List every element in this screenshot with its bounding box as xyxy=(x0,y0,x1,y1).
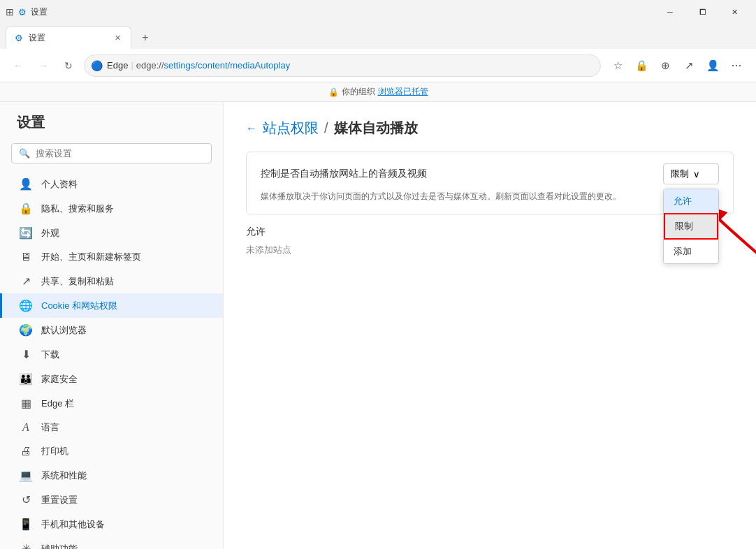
window-title: 设置 xyxy=(31,6,48,18)
sidebar-title: 设置 xyxy=(0,113,223,143)
refresh-button[interactable]: ↻ xyxy=(59,56,78,75)
active-tab[interactable]: ⚙ 设置 ✕ xyxy=(6,27,131,49)
sidebar-item-share[interactable]: ↗ 共享、复制和粘贴 xyxy=(0,269,223,293)
sidebar-label-system: 系统和性能 xyxy=(41,469,87,482)
printer-icon: 🖨 xyxy=(19,445,33,458)
sidebar-item-browser[interactable]: 🌍 默认浏览器 xyxy=(0,318,223,342)
language-icon: A xyxy=(19,421,33,434)
address-brand: Edge xyxy=(107,60,128,71)
managed-link[interactable]: 浏览器已托管 xyxy=(378,86,428,98)
allow-section-title: 允许 xyxy=(246,226,734,238)
sidebar-label-printer: 打印机 xyxy=(41,445,68,458)
breadcrumb-current: 媒体自动播放 xyxy=(334,119,418,138)
card-title: 控制是否自动播放网站上的音频及视频 xyxy=(261,168,427,180)
sidebar-label-accessibility: 辅助功能 xyxy=(41,543,78,550)
dropdown-selected-label: 限制 xyxy=(671,168,689,180)
family-icon: 👪 xyxy=(19,372,33,386)
collections-icon[interactable]: 🔒 xyxy=(630,54,653,77)
settings-card: 控制是否自动播放网站上的音频及视频 限制 ∨ 允许 限制 添加 xyxy=(246,152,734,214)
back-button[interactable]: ← xyxy=(8,56,28,75)
tab-title: 设置 xyxy=(29,32,108,44)
address-separator: | xyxy=(131,60,133,71)
address-input[interactable]: Edge | edge://settings/content/mediaAuto… xyxy=(84,54,601,77)
sidebar-label-start: 开始、主页和新建标签页 xyxy=(41,251,141,263)
system-icon: 💻 xyxy=(19,469,33,482)
profile-icon[interactable]: 👤 xyxy=(702,54,724,77)
sidebar-item-family[interactable]: 👪 家庭安全 xyxy=(0,367,223,391)
empty-sites-text: 未添加站点 xyxy=(246,244,734,256)
share-icon: ↗ xyxy=(19,274,33,288)
card-description: 媒体播放取决于你访问页面的方式以及你过去是否与媒体互动。刷新页面以查看对此设置的… xyxy=(261,190,719,203)
settings-more-icon[interactable]: ··· xyxy=(725,54,748,77)
sidebar-item-appearance[interactable]: 🔄 外观 xyxy=(0,221,223,245)
edgebar-icon: ▦ xyxy=(19,397,33,410)
tab-favicon: ⚙ xyxy=(15,33,23,43)
minimize-button[interactable]: ─ xyxy=(654,0,686,24)
window-controls: ─ ⧠ ✕ xyxy=(654,0,750,24)
sidebar-item-downloads[interactable]: ⬇ 下载 xyxy=(0,342,223,367)
new-tab-button[interactable]: + xyxy=(134,27,157,49)
card-header: 控制是否自动播放网站上的音频及视频 限制 ∨ 允许 限制 添加 xyxy=(261,163,719,184)
managed-text: 你的组织 xyxy=(342,86,375,98)
main-layout: 设置 🔍 👤 个人资料 🔒 隐私、搜索和服务 🔄 外观 🖥 开始、主页和新建标签… xyxy=(0,102,756,549)
autoplay-dropdown-button[interactable]: 限制 ∨ xyxy=(663,163,719,184)
sidebar-item-start[interactable]: 🖥 开始、主页和新建标签页 xyxy=(0,245,223,269)
sidebar-item-edgebar[interactable]: ▦ Edge 栏 xyxy=(0,391,223,416)
sidebar-label-appearance: 外观 xyxy=(41,227,59,240)
mobile-icon: 📱 xyxy=(19,518,33,531)
browser-icon: 🌍 xyxy=(19,323,33,337)
dropdown-option-add[interactable]: 添加 xyxy=(664,240,718,263)
accessibility-icon: ✳ xyxy=(19,542,33,549)
browser-essentials-icon[interactable]: ↗ xyxy=(678,54,700,77)
address-bar: ← → ↻ 🔵 Edge | edge://settings/content/m… xyxy=(0,49,756,82)
dropdown-option-limit[interactable]: 限制 xyxy=(664,213,718,240)
cookies-icon: 🌐 xyxy=(19,299,33,312)
sidebar-item-system[interactable]: 💻 系统和性能 xyxy=(0,463,223,488)
sidebar-label-share: 共享、复制和粘贴 xyxy=(41,275,114,288)
edge-logo-icon: 🔵 xyxy=(91,60,103,71)
forward-button[interactable]: → xyxy=(34,56,53,75)
sidebar-label-browser: 默认浏览器 xyxy=(41,324,87,337)
search-box[interactable]: 🔍 xyxy=(11,143,212,163)
toolbar-icons: ☆ 🔒 ⊕ ↗ 👤 ··· xyxy=(606,54,748,77)
sidebar-item-language[interactable]: A 语言 xyxy=(0,416,223,439)
close-button[interactable]: ✕ xyxy=(718,0,750,24)
sidebar-item-mobile[interactable]: 📱 手机和其他设备 xyxy=(0,512,223,536)
restore-button[interactable]: ⧠ xyxy=(686,0,718,24)
share-icon[interactable]: ⊕ xyxy=(654,54,676,77)
managed-banner: 🔒 你的组织 浏览器已托管 xyxy=(0,82,756,102)
address-wrap: 🔵 Edge | edge://settings/content/mediaAu… xyxy=(84,54,601,77)
sidebar-item-printer[interactable]: 🖨 打印机 xyxy=(0,439,223,463)
sidebar-label-family: 家庭安全 xyxy=(41,373,78,386)
dropdown-option-allow[interactable]: 允许 xyxy=(664,189,718,213)
sidebar-label-language: 语言 xyxy=(41,421,59,434)
sidebar-item-accessibility[interactable]: ✳ 辅助功能 xyxy=(0,536,223,549)
sidebar-item-reset[interactable]: ↺ 重置设置 xyxy=(0,488,223,512)
dropdown-chevron-icon: ∨ xyxy=(693,169,700,180)
dropdown-menu: 允许 限制 添加 xyxy=(663,189,719,264)
sidebar: 设置 🔍 👤 个人资料 🔒 隐私、搜索和服务 🔄 外观 🖥 开始、主页和新建标签… xyxy=(0,102,224,549)
downloads-icon: ⬇ xyxy=(19,348,33,361)
sidebar-item-cookies[interactable]: 🌐 Cookie 和网站权限 xyxy=(0,293,223,318)
address-path: settings/content/mediaAutoplay xyxy=(164,60,291,71)
sidebar-label-downloads: 下载 xyxy=(41,349,59,361)
sidebar-label-mobile: 手机和其他设备 xyxy=(41,518,105,531)
sidebar-label-privacy: 隐私、搜索和服务 xyxy=(41,203,114,215)
back-button[interactable]: ← xyxy=(246,122,257,135)
breadcrumb-separator: / xyxy=(324,120,328,136)
title-bar: ⊞ ⚙ 设置 ─ ⧠ ✕ xyxy=(0,0,756,24)
sidebar-label-profile: 个人资料 xyxy=(41,178,78,191)
breadcrumb: ← 站点权限 / 媒体自动播放 xyxy=(246,119,734,138)
breadcrumb-link[interactable]: 站点权限 xyxy=(263,119,319,138)
appearance-icon: 🔄 xyxy=(19,226,33,240)
favorites-icon[interactable]: ☆ xyxy=(606,54,629,77)
address-prefix: edge:// xyxy=(136,60,164,71)
reset-icon: ↺ xyxy=(19,493,33,506)
profile-icon: 👤 xyxy=(19,177,33,191)
start-icon: 🖥 xyxy=(19,251,33,263)
tab-close-button[interactable]: ✕ xyxy=(113,32,122,44)
sidebar-item-profile[interactable]: 👤 个人资料 xyxy=(0,172,223,196)
sidebar-item-privacy[interactable]: 🔒 隐私、搜索和服务 xyxy=(0,196,223,221)
lock-icon: 🔒 xyxy=(328,87,339,97)
search-input[interactable] xyxy=(36,148,204,159)
